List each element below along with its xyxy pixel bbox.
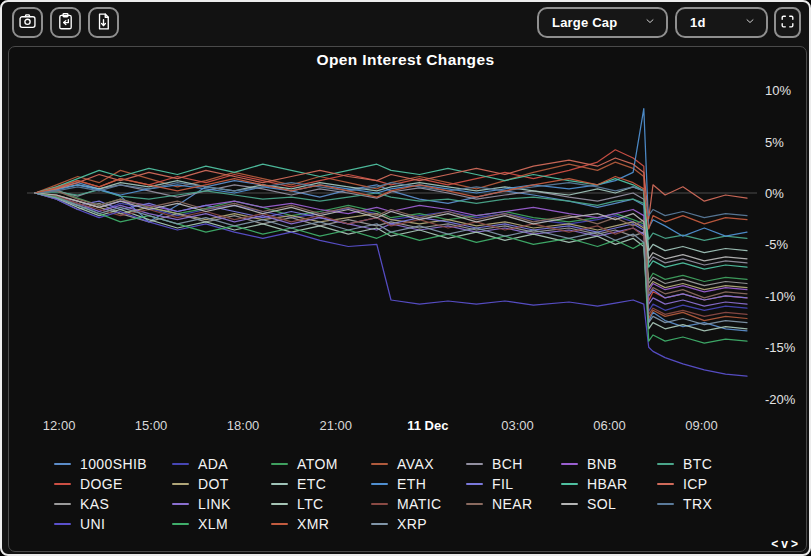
y-tick-label: 0% bbox=[765, 185, 784, 200]
legend-swatch bbox=[54, 523, 71, 525]
legend-swatch bbox=[172, 463, 189, 465]
legend-swatch bbox=[371, 463, 388, 465]
y-tick-label: 5% bbox=[765, 134, 784, 149]
legend-item-xmr[interactable]: XMR bbox=[271, 516, 371, 532]
legend-item-eth[interactable]: ETH bbox=[371, 476, 466, 492]
legend-swatch bbox=[54, 463, 71, 465]
legend-label: ETC bbox=[297, 476, 326, 492]
legend-label: XLM bbox=[198, 516, 228, 532]
legend-swatch bbox=[371, 483, 388, 485]
legend-swatch bbox=[271, 483, 288, 485]
legend-label: XRP bbox=[397, 516, 427, 532]
legend-label: UNI bbox=[80, 516, 105, 532]
legend-item-avax[interactable]: AVAX bbox=[371, 456, 466, 472]
x-tick-label: 03:00 bbox=[501, 418, 534, 433]
legend-label: DOGE bbox=[80, 476, 123, 492]
legend-swatch bbox=[271, 503, 288, 505]
legend-swatch bbox=[172, 523, 189, 525]
legend-swatch bbox=[657, 483, 674, 485]
legend-swatch bbox=[371, 523, 388, 525]
legend-collapse-button[interactable]: v bbox=[781, 537, 789, 551]
series-line-xrp bbox=[35, 193, 747, 325]
legend-label: XMR bbox=[297, 516, 329, 532]
x-tick-label: 11 Dec bbox=[407, 418, 448, 433]
legend: 1000SHIBADAATOMAVAXBCHBNBBTCDOGEDOTETCET… bbox=[54, 454, 766, 534]
clipboard-paste-icon bbox=[56, 12, 75, 34]
legend-item-matic[interactable]: MATIC bbox=[371, 496, 466, 512]
x-tick-label: 18:00 bbox=[227, 418, 260, 433]
x-tick-label: 06:00 bbox=[593, 418, 626, 433]
legend-label: LTC bbox=[297, 496, 324, 512]
series-line-trx bbox=[35, 183, 747, 218]
legend-item-etc[interactable]: ETC bbox=[271, 476, 371, 492]
legend-item-xrp[interactable]: XRP bbox=[371, 516, 466, 532]
legend-label: LINK bbox=[198, 496, 231, 512]
x-tick-label: 12:00 bbox=[43, 418, 76, 433]
x-tick-label: 09:00 bbox=[685, 418, 718, 433]
category-select[interactable]: Large Cap bbox=[537, 7, 668, 38]
legend-item-near[interactable]: NEAR bbox=[466, 496, 561, 512]
legend-label: AVAX bbox=[397, 456, 434, 472]
legend-label: ETH bbox=[397, 476, 426, 492]
legend-swatch bbox=[371, 503, 388, 505]
legend-item-ltc[interactable]: LTC bbox=[271, 496, 371, 512]
legend-item-1000shib[interactable]: 1000SHIB bbox=[54, 456, 172, 472]
legend-swatch bbox=[54, 503, 71, 505]
legend-label: SOL bbox=[587, 496, 616, 512]
legend-prev-button[interactable]: < bbox=[771, 537, 779, 551]
fullscreen-button[interactable] bbox=[774, 7, 801, 38]
legend-swatch bbox=[657, 463, 674, 465]
y-tick-label: -10% bbox=[765, 288, 795, 303]
fullscreen-icon bbox=[780, 14, 795, 32]
y-tick-label: 10% bbox=[765, 83, 791, 98]
legend-item-atom[interactable]: ATOM bbox=[271, 456, 371, 472]
chevron-down-icon bbox=[744, 15, 756, 30]
legend-item-icp[interactable]: ICP bbox=[657, 476, 752, 492]
legend-swatch bbox=[172, 503, 189, 505]
legend-label: MATIC bbox=[397, 496, 442, 512]
export-file-button[interactable] bbox=[88, 7, 119, 38]
legend-swatch bbox=[561, 503, 578, 505]
legend-item-uni[interactable]: UNI bbox=[54, 516, 172, 532]
legend-item-doge[interactable]: DOGE bbox=[54, 476, 172, 492]
screenshot-button[interactable] bbox=[12, 7, 43, 38]
legend-item-dot[interactable]: DOT bbox=[172, 476, 271, 492]
legend-label: DOT bbox=[198, 476, 229, 492]
legend-item-kas[interactable]: KAS bbox=[54, 496, 172, 512]
legend-label: 1000SHIB bbox=[80, 456, 147, 472]
legend-swatch bbox=[271, 523, 288, 525]
legend-item-trx[interactable]: TRX bbox=[657, 496, 752, 512]
legend-item-sol[interactable]: SOL bbox=[561, 496, 657, 512]
legend-swatch bbox=[561, 483, 578, 485]
legend-item-ada[interactable]: ADA bbox=[172, 456, 271, 472]
category-select-value: Large Cap bbox=[552, 15, 617, 30]
camera-icon bbox=[18, 12, 37, 34]
y-tick-label: -15% bbox=[765, 340, 795, 355]
file-download-icon bbox=[94, 12, 113, 34]
copy-to-clipboard-button[interactable] bbox=[50, 7, 81, 38]
legend-item-hbar[interactable]: HBAR bbox=[561, 476, 657, 492]
legend-swatch bbox=[271, 463, 288, 465]
x-tick-label: 21:00 bbox=[320, 418, 353, 433]
legend-item-fil[interactable]: FIL bbox=[466, 476, 561, 492]
chart-title: Open Interest Changes bbox=[2, 51, 809, 69]
legend-label: BNB bbox=[587, 456, 617, 472]
interval-select[interactable]: 1d bbox=[675, 7, 768, 38]
legend-swatch bbox=[54, 483, 71, 485]
legend-nav: < v > bbox=[771, 537, 799, 551]
plot-area[interactable] bbox=[27, 86, 757, 408]
legend-swatch bbox=[466, 463, 483, 465]
legend-item-bnb[interactable]: BNB bbox=[561, 456, 657, 472]
legend-swatch bbox=[561, 463, 578, 465]
legend-item-xlm[interactable]: XLM bbox=[172, 516, 271, 532]
legend-next-button[interactable]: > bbox=[791, 537, 799, 551]
legend-item-btc[interactable]: BTC bbox=[657, 456, 752, 472]
legend-item-link[interactable]: LINK bbox=[172, 496, 271, 512]
y-tick-label: -5% bbox=[765, 237, 788, 252]
legend-label: TRX bbox=[683, 496, 712, 512]
legend-label: BCH bbox=[492, 456, 523, 472]
interval-select-value: 1d bbox=[690, 15, 706, 30]
legend-item-bch[interactable]: BCH bbox=[466, 456, 561, 472]
series-line-1000shib bbox=[35, 181, 747, 331]
legend-label: HBAR bbox=[587, 476, 628, 492]
